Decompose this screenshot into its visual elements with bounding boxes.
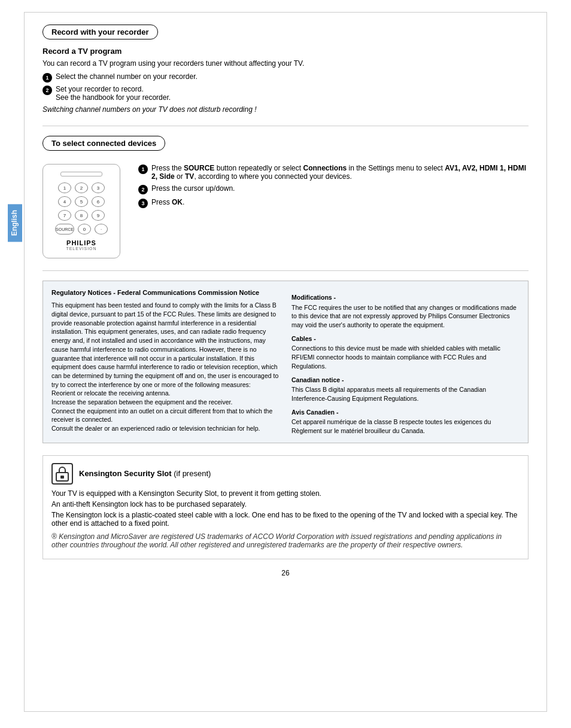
kensington-title: Kensington Security Slot (if present) [79,469,211,478]
remote-btn-1: 1 [58,182,71,193]
connected-step-2-number: 2 [138,185,148,194]
record-note: Switching channel numbers on your TV doe… [42,105,529,114]
canadian-body: This Class B digital apparatus meets all… [291,385,520,403]
remote-btn-2: 2 [75,182,88,193]
step-2-subtext: See the handbook for your recorder. [56,93,171,102]
connected-instructions: 1 Press the SOURCE button repeatedly or … [138,164,529,258]
svg-rect-1 [60,476,64,479]
record-step-2: 2 Set your recorder to record. See the h… [42,85,529,102]
remote-control: 1 2 3 4 5 6 7 8 9 SOURCE [42,164,120,258]
regulatory-col-left: Regulatory Notices - Federal Communicati… [51,288,280,435]
divider-1 [42,126,529,126]
step-1-number: 1 [42,73,52,83]
regulatory-col-right: Modifications - The FCC requires the use… [291,288,520,435]
kensington-body2: An anti-theft Kensington lock has to be … [51,500,520,508]
record-step-1: 1 Select the channel number on your reco… [42,72,529,83]
remote-row-2: 4 5 6 [49,196,114,207]
remote-row-4: SOURCE 0 · [49,224,114,234]
modifications-title: Modifications - [291,293,520,302]
kensington-body1: Your TV is equipped with a Kensington Se… [51,489,520,498]
divider-2 [42,270,529,271]
regulatory-left-body: This equipment has been tested and found… [51,301,280,432]
remote-row-3: 7 8 9 [49,210,114,221]
step-1-text: Select the channel number on your record… [56,72,198,81]
step-2-number: 2 [42,86,52,95]
kensington-icon [51,463,73,485]
remote-btn-0: 0 [78,224,91,234]
connected-step-2-text: Press the cursor up/down. [151,184,235,193]
record-subtitle: Record a TV program [42,47,529,56]
connected-step-1-text: Press the SOURCE button repeatedly or se… [151,164,529,181]
remote-btn-8: 8 [75,210,88,221]
remote-btn-6: 6 [92,196,105,207]
remote-btn-source: SOURCE [55,224,74,234]
remote-row-1: 1 2 3 [49,182,114,193]
connected-step-2: 2 Press the cursor up/down. [138,184,529,194]
kensington-title-suffix: (if present) [172,469,211,478]
cables-title: Cables - [291,334,520,343]
connected-step-1-number: 1 [138,165,148,174]
canadian-title: Canadian notice - [291,376,520,385]
modifications-body: The FCC requires the user to be notified… [291,303,520,330]
page-number: 26 [42,569,529,577]
connected-step-1: 1 Press the SOURCE button repeatedly or … [138,164,529,181]
remote-btn-4: 4 [58,196,71,207]
remote-btn-5: 5 [75,196,88,207]
connected-step-3-number: 3 [138,199,148,208]
kensington-body3: The Kensington lock is a plastic-coated … [51,511,520,528]
remote-btn-3: 3 [92,182,105,193]
step-2-text: Set your recorder to record. [56,85,171,93]
connected-step-3: 3 Press OK. [138,198,529,208]
kensington-trademark: ® Kensington and MicroSaver are register… [51,532,520,549]
remote-btn-7: 7 [58,210,71,221]
connected-section: To select connected devices 1 2 3 4 5 6 [42,136,529,258]
remote-model: TELEVISION [49,246,114,251]
kensington-title-bold: Kensington Security Slot [79,469,172,478]
language-tab: English [8,204,22,242]
cables-body: Connections to this device must be made … [291,344,520,370]
kensington-body: Your TV is equipped with a Kensington Se… [51,489,520,549]
kensington-section: Kensington Security Slot (if present) Yo… [42,455,529,559]
regulatory-title: Regulatory Notices - Federal Communicati… [51,288,280,297]
avis-body: Cet appareil numérique de la classe B re… [291,418,520,435]
kensington-header: Kensington Security Slot (if present) [51,463,520,485]
record-section: Record with your recorder Record a TV pr… [42,25,529,114]
remote-top-bar [60,172,102,176]
regulatory-box: Regulatory Notices - Federal Communicati… [42,281,529,443]
remote-btn-dot: · [95,224,108,234]
connected-section-header: To select connected devices [42,136,165,151]
kensington-lock-svg [54,465,71,482]
remote-btn-9: 9 [92,210,105,221]
record-section-header: Record with your recorder [42,25,158,39]
remote-illustration: 1 2 3 4 5 6 7 8 9 SOURCE [42,164,126,258]
record-intro: You can record a TV program using your r… [42,59,529,68]
remote-brand: PHILIPS [49,239,114,246]
avis-title: Avis Canadien - [291,408,520,417]
connected-step-3-text: Press OK. [151,198,184,206]
